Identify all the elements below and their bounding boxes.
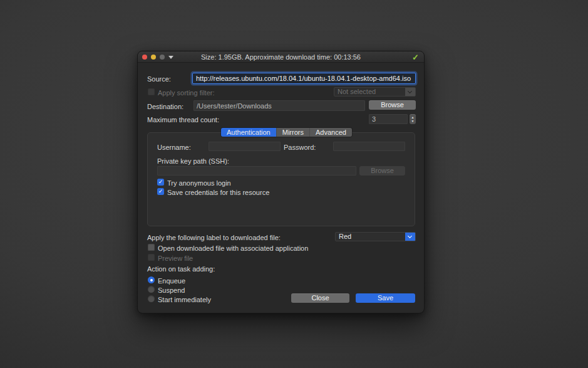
tab-bar: Authentication Mirrors Advanced — [221, 128, 352, 137]
private-key-label: Private key path (SSH): — [157, 157, 229, 165]
save-credentials-checkbox[interactable]: ✓ — [157, 188, 164, 195]
tab-advanced[interactable]: Advanced — [310, 128, 352, 137]
title-bar[interactable]: Size: 1.95GB. Approximate download time:… — [138, 51, 424, 63]
file-label-label: Apply the following label to downloaded … — [147, 234, 281, 241]
private-key-browse-button: Browse — [359, 166, 405, 176]
tab-mirrors[interactable]: Mirrors — [277, 128, 310, 137]
save-button[interactable]: Save — [356, 293, 415, 303]
password-input[interactable] — [333, 142, 405, 151]
radio-start-immediately-label: Start immediately — [158, 296, 211, 303]
apply-sorting-filter-checkbox — [148, 88, 155, 95]
tab-authentication[interactable]: Authentication — [221, 128, 277, 137]
action-on-task-label: Action on task adding: — [147, 265, 215, 273]
radio-start-immediately[interactable] — [148, 295, 155, 302]
open-file-checkbox[interactable] — [148, 244, 155, 251]
username-label: Username: — [157, 144, 191, 151]
apply-sorting-filter-label: Apply sorting filter: — [158, 89, 214, 97]
radio-suspend[interactable] — [148, 286, 155, 293]
window-title: Size: 1.95GB. Approximate download time:… — [138, 51, 424, 63]
source-url-input[interactable] — [192, 73, 416, 84]
sorting-filter-value: Not selected — [334, 88, 405, 96]
file-label-value: Red — [336, 233, 405, 241]
destination-label: Destination: — [147, 103, 183, 110]
preview-file-checkbox — [148, 254, 155, 261]
thread-count-stepper[interactable]: ▲ ▼ — [410, 114, 416, 124]
close-button[interactable]: Close — [291, 293, 349, 303]
url-valid-checkmark-icon: ✓ — [412, 53, 419, 62]
stepper-up-icon[interactable]: ▲ — [410, 116, 416, 119]
destination-path-input[interactable] — [193, 100, 365, 111]
save-credentials-label: Save credentials for this resource — [167, 189, 269, 196]
open-file-label: Open downloaded file with associated app… — [158, 244, 308, 252]
file-label-select[interactable]: Red — [335, 232, 416, 241]
username-input[interactable] — [209, 142, 281, 151]
try-anonymous-login-label: Try anonymous login — [167, 179, 231, 187]
radio-suspend-label: Suspend — [158, 287, 185, 294]
thread-count-label: Maximum thread count: — [147, 116, 219, 124]
destination-browse-button[interactable]: Browse — [369, 100, 416, 110]
radio-enqueue-label: Enqueue — [158, 277, 185, 285]
try-anonymous-login-checkbox[interactable]: ✓ — [157, 179, 164, 186]
thread-count-input[interactable] — [369, 114, 408, 124]
chevron-down-icon — [405, 88, 415, 96]
stepper-down-icon[interactable]: ▼ — [410, 120, 416, 123]
private-key-input[interactable] — [157, 166, 356, 176]
source-label: Source: — [147, 75, 171, 83]
password-label: Password: — [284, 144, 316, 151]
chevron-down-icon[interactable] — [405, 233, 415, 241]
preview-file-label: Preview file — [158, 255, 193, 262]
add-download-task-dialog: Size: 1.95GB. Approximate download time:… — [137, 51, 425, 313]
radio-enqueue[interactable] — [148, 276, 155, 283]
sorting-filter-select: Not selected — [334, 87, 416, 97]
